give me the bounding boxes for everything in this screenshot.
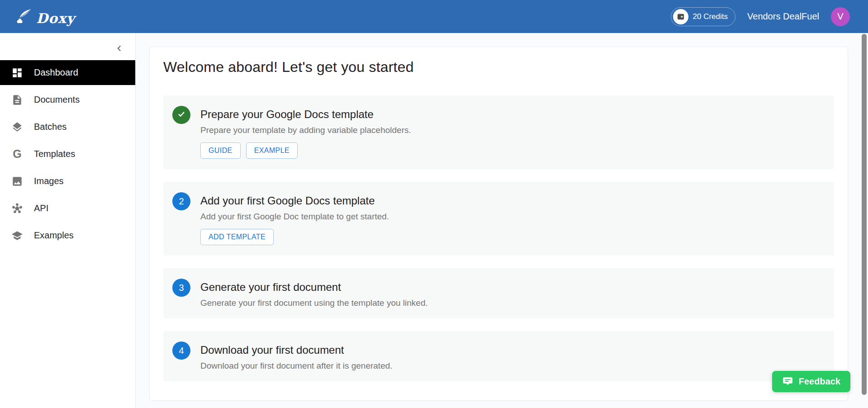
step-row-generate-document: 3 Generate your first document Generate … [163,268,834,318]
wallet-icon [673,9,688,24]
header-right: 20 Credits Vendors DealFuel V [671,7,850,26]
step-description: Prepare your template by adding variable… [200,125,411,135]
feedback-button[interactable]: Feedback [772,371,850,392]
vertical-scrollbar-thumb[interactable] [862,34,867,395]
sidebar-item-templates[interactable]: G Templates [0,142,135,166]
credits-badge[interactable]: 20 Credits [671,7,735,26]
sidebar-item-label: API [34,203,48,213]
step-number-badge: 2 [172,192,190,210]
sidebar-item-label: Examples [34,230,74,241]
step-complete-badge [172,106,190,124]
logo-text: Doxy [36,12,75,27]
hub-icon [11,203,23,214]
step-row-prepare-template: Prepare your Google Docs template Prepar… [163,95,834,169]
step-number-badge: 4 [172,342,190,360]
example-button[interactable]: EXAMPLE [246,142,298,159]
sidebar-item-images[interactable]: Images [0,169,135,194]
step-title: Prepare your Google Docs template [200,108,411,121]
main-content: Welcome aboard! Let's get you started Pr… [136,33,868,408]
avatar[interactable]: V [831,7,850,26]
avatar-initial: V [837,11,843,22]
sidebar-item-api[interactable]: API [0,196,135,221]
sidebar-item-label: Images [34,176,64,186]
dashboard-icon [11,67,23,79]
step-title: Add your first Google Docs template [200,195,389,207]
step-row-download-document: 4 Download your first document Download … [163,331,834,381]
sidebar-item-documents[interactable]: Documents [0,87,135,112]
steps-list: Prepare your Google Docs template Prepar… [163,95,834,381]
step-number-badge: 3 [172,279,190,297]
step-description: Add your first Google Doc template to ge… [200,212,389,222]
onboarding-card: Welcome aboard! Let's get you started Pr… [149,47,848,401]
step-row-add-template: 2 Add your first Google Docs template Ad… [163,182,834,256]
top-header: Doxy 20 Credits Vendors DealFuel V [0,0,868,33]
step-description: Generate your first document using the t… [200,298,428,308]
graduation-cap-icon [11,230,23,242]
page-title: Welcome aboard! Let's get you started [163,59,834,76]
google-g-icon: G [11,148,23,160]
credits-label: 20 Credits [693,12,728,21]
sidebar-item-examples[interactable]: Examples [0,223,135,248]
chevron-left-icon[interactable] [114,43,124,53]
sidebar-item-label: Documents [34,95,80,105]
document-icon [11,94,23,106]
sidebar-collapse-row [0,37,135,60]
add-template-button[interactable]: ADD TEMPLATE [200,229,274,245]
sidebar-item-dashboard[interactable]: Dashboard [0,60,135,85]
account-name[interactable]: Vendors DealFuel [747,11,819,22]
sidebar-item-label: Batches [34,122,66,132]
step-description: Download your first document after it is… [200,361,393,371]
image-icon [11,176,23,187]
step-title: Download your first document [200,344,393,356]
sidebar-item-label: Dashboard [34,67,78,78]
sidebar: Dashboard Documents Batches G Templates [0,33,136,408]
app-logo[interactable]: Doxy [14,6,75,27]
guide-button[interactable]: GUIDE [200,142,241,159]
feedback-chat-icon [782,376,793,387]
check-icon [176,109,186,121]
quill-inkpot-icon [14,6,33,27]
feedback-label: Feedback [799,376,840,387]
sidebar-item-label: Templates [34,149,75,159]
step-title: Generate your first document [200,281,428,294]
layers-icon [11,121,23,133]
sidebar-item-batches[interactable]: Batches [0,114,135,139]
